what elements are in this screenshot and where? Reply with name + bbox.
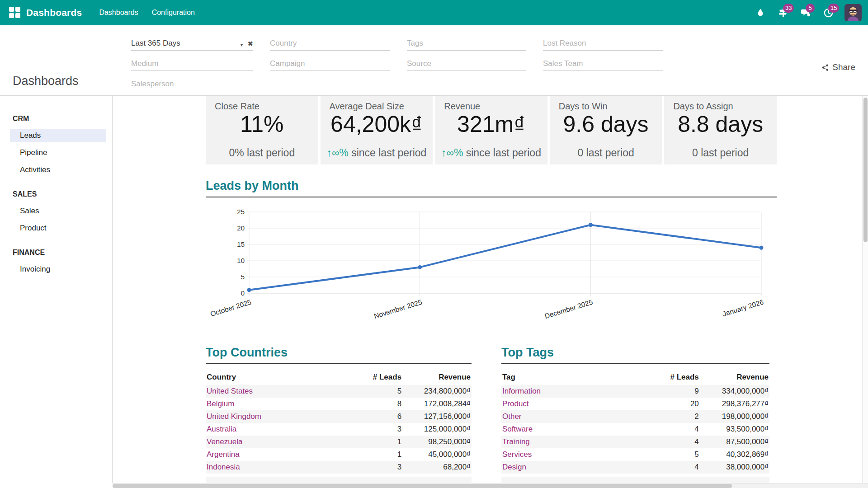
filter-last-365-days[interactable]: Last 365 Days▾✖ bbox=[131, 34, 253, 51]
svg-text:5: 5 bbox=[241, 273, 245, 281]
user-avatar[interactable] bbox=[844, 4, 862, 21]
country-link-indonesia[interactable]: Indonesia bbox=[206, 461, 352, 474]
filter-sales-team[interactable]: Sales Team bbox=[543, 55, 663, 71]
column-header-country: Country bbox=[206, 371, 352, 385]
kpi-delta-text: since last period bbox=[349, 147, 427, 159]
clear-filter-icon[interactable]: ✖ bbox=[247, 40, 253, 48]
filter-source[interactable]: Source bbox=[407, 55, 526, 71]
top-navbar: Dashboards DashboardsConfiguration 33 5 bbox=[0, 0, 868, 25]
country-link-belgium[interactable]: Belgium bbox=[206, 398, 352, 410]
leads-count: 1 bbox=[352, 448, 402, 461]
filter-campaign[interactable]: Campaign bbox=[270, 55, 390, 71]
tag-link-information[interactable]: Information bbox=[501, 385, 649, 398]
filter-salesperson[interactable]: Salesperson bbox=[131, 75, 253, 91]
sidebar-item-invoicing[interactable]: Invoicing bbox=[10, 263, 106, 276]
chevron-down-icon[interactable]: ▾ bbox=[240, 42, 243, 48]
horizontal-scrollbar-thumb[interactable] bbox=[113, 484, 732, 488]
sidebar-section-finance: FINANCEInvoicing bbox=[0, 249, 112, 276]
filter-text: Last 365 Days bbox=[131, 39, 238, 48]
up-arrow-icon: ↑ bbox=[441, 147, 447, 159]
revenue-value: 298,376,277₫ bbox=[700, 398, 769, 410]
navbar-menu: DashboardsConfiguration bbox=[94, 0, 200, 25]
revenue-value: 234,800,000₫ bbox=[402, 385, 472, 398]
apps-grid-icon[interactable] bbox=[9, 7, 21, 19]
filter-tags[interactable]: Tags bbox=[407, 34, 526, 51]
kpi-card-days-to-win[interactable]: Days to Win9.6 days0 last period bbox=[550, 96, 662, 164]
sidebar-item-sales[interactable]: Sales bbox=[10, 204, 106, 218]
filter-text: Medium bbox=[131, 59, 253, 68]
table-row: Other2198,000,000₫ bbox=[501, 410, 769, 423]
svg-text:15: 15 bbox=[237, 240, 245, 248]
kpi-row: Close Rate11%0% last periodAverage Deal … bbox=[206, 96, 777, 164]
country-link-venezuela[interactable]: Venezuela bbox=[206, 436, 352, 448]
column-header-tag: Tag bbox=[501, 371, 649, 385]
tag-link-other[interactable]: Other bbox=[501, 410, 649, 423]
leads-count: 5 bbox=[649, 448, 700, 461]
table-row: Indonesia368,200₫ bbox=[206, 461, 472, 474]
share-icon bbox=[821, 64, 829, 71]
app-name[interactable]: Dashboards bbox=[26, 7, 82, 18]
kpi-title: Days to Assign bbox=[668, 101, 773, 112]
sidebar-item-pipeline[interactable]: Pipeline bbox=[10, 146, 106, 160]
table-header-row: Tag# LeadsRevenue bbox=[501, 371, 769, 385]
leads-count: 3 bbox=[352, 423, 402, 436]
leads-count: 5 bbox=[352, 385, 402, 398]
table-row: Product20298,376,277₫ bbox=[501, 398, 769, 410]
vertical-scrollbar[interactable] bbox=[862, 96, 868, 483]
sidebar-item-product[interactable]: Product bbox=[10, 221, 106, 235]
menu-item-dashboards[interactable]: Dashboards bbox=[94, 6, 143, 19]
table-row: United States5234,800,000₫ bbox=[206, 385, 472, 398]
tag-link-services[interactable]: Services bbox=[501, 448, 649, 461]
leads-count: 20 bbox=[649, 398, 700, 410]
tag-link-product[interactable]: Product bbox=[501, 398, 649, 410]
kpi-card-close-rate[interactable]: Close Rate11%0% last period bbox=[206, 96, 318, 164]
kpi-value: 9.6 days bbox=[553, 113, 659, 136]
table-row: Software493,500,000₫ bbox=[501, 423, 769, 436]
revenue-value: 98,250,000₫ bbox=[402, 436, 472, 448]
share-button[interactable]: Share bbox=[821, 62, 855, 72]
tag-link-software[interactable]: Software bbox=[501, 423, 649, 436]
filter-medium[interactable]: Medium bbox=[131, 55, 253, 71]
svg-text:0: 0 bbox=[241, 289, 245, 297]
tag-link-training[interactable]: Training bbox=[501, 436, 649, 448]
kpi-card-days-to-assign[interactable]: Days to Assign8.8 days0 last period bbox=[664, 96, 777, 164]
kpi-card-average-deal-size[interactable]: Average Deal Size64,200k₫↑∞% since last … bbox=[321, 96, 433, 164]
horizontal-scrollbar[interactable] bbox=[113, 483, 868, 488]
kpi-title: Revenue bbox=[439, 101, 544, 112]
revenue-value: 93,500,000₫ bbox=[700, 423, 769, 436]
leads-count: 1 bbox=[352, 436, 402, 448]
tag-link-design[interactable]: Design bbox=[501, 461, 649, 474]
clock-icon[interactable]: 15 bbox=[818, 3, 838, 23]
filter-text: Tags bbox=[407, 39, 526, 48]
signpost-activities-icon[interactable]: 33 bbox=[773, 3, 793, 23]
kpi-delta-value: ∞% bbox=[447, 147, 463, 159]
table-row: Argentina145,000,000₫ bbox=[206, 448, 472, 461]
table-overflow-row bbox=[206, 477, 472, 483]
menu-item-configuration[interactable]: Configuration bbox=[146, 6, 200, 19]
column-header-leads: # Leads bbox=[649, 371, 700, 385]
sidebar-item-activities[interactable]: Activities bbox=[10, 163, 106, 177]
country-link-australia[interactable]: Australia bbox=[206, 423, 352, 436]
droplet-icon[interactable] bbox=[750, 3, 770, 23]
sidebar-section-crm: CRMLeadsPipelineActivities bbox=[0, 115, 112, 177]
country-link-argentina[interactable]: Argentina bbox=[206, 448, 352, 461]
country-link-united-kingdom[interactable]: United Kingdom bbox=[206, 410, 352, 423]
filter-lost-reason[interactable]: Lost Reason bbox=[543, 34, 663, 51]
country-link-united-states[interactable]: United States bbox=[206, 385, 352, 398]
kpi-value: 11% bbox=[209, 113, 315, 136]
signpost-badge: 33 bbox=[783, 4, 794, 13]
kpi-title: Days to Win bbox=[553, 101, 659, 112]
sidebar-item-leads[interactable]: Leads bbox=[10, 129, 106, 142]
leads-count: 4 bbox=[649, 461, 700, 474]
filter-text: Sales Team bbox=[543, 59, 663, 68]
column-header-leads: # Leads bbox=[352, 371, 402, 385]
column-header-revenue: Revenue bbox=[402, 371, 472, 385]
kpi-delta: ↑∞% since last period bbox=[324, 147, 429, 159]
vertical-scrollbar-thumb[interactable] bbox=[863, 98, 868, 242]
filter-country[interactable]: Country bbox=[270, 34, 390, 51]
kpi-card-revenue[interactable]: Revenue321m₫↑∞% since last period bbox=[435, 96, 547, 164]
filter-text: Country bbox=[270, 39, 390, 48]
kpi-delta: 0 last period bbox=[553, 147, 659, 159]
filter-text: Source bbox=[407, 59, 526, 68]
chat-icon[interactable]: 5 bbox=[796, 3, 816, 23]
